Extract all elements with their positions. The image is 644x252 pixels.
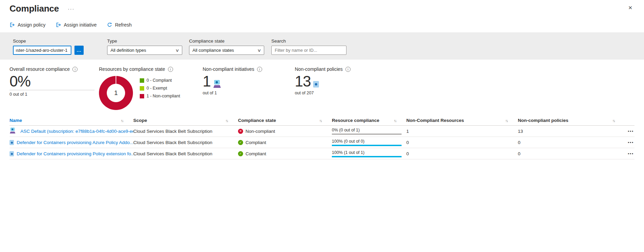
search-input[interactable]: [271, 46, 346, 55]
row-name-link[interactable]: Defender for Containers provisioning Pol…: [17, 151, 133, 156]
assign-initiative-icon: [56, 22, 61, 28]
row-scope: Cloud Services Black Belt Subscription: [133, 151, 238, 156]
stat-noncompliant-initiatives: Non-compliant initiatives 1 out of 1: [203, 66, 295, 111]
row-noncompliant-policies: 13: [518, 129, 625, 134]
assign-policy-label: Assign policy: [18, 22, 46, 28]
non-compliant-x-icon: ✕: [238, 129, 243, 134]
row-noncompliant-policies: 0: [518, 140, 625, 145]
column-label: Compliance state: [238, 118, 276, 123]
page-title: Compliance: [10, 3, 59, 14]
compliance-table: Name ↑↓ Scope ↑↓ Compliance state ↑↓ Res…: [0, 111, 644, 159]
legend-swatch-exempt: [140, 86, 144, 91]
info-icon[interactable]: [257, 67, 262, 72]
stat-overall-compliance: Overall resource compliance 0% 0 out of …: [10, 66, 99, 111]
row-compliance-state: Compliant: [245, 140, 266, 145]
sort-icon[interactable]: ↑↓: [121, 119, 123, 123]
refresh-button[interactable]: Refresh: [107, 22, 132, 28]
compliance-bar-fill: [332, 145, 402, 146]
row-name-link[interactable]: ASC Default (subscription: e7f88b1a-04fc…: [20, 129, 133, 134]
initiative-icon: [10, 128, 16, 133]
sort-icon[interactable]: ↑↓: [394, 119, 396, 123]
overflow-menu-button[interactable]: ···: [68, 6, 74, 12]
column-label: Non-Compliant Resources: [406, 118, 464, 123]
noncompliant-policies-title: Non-compliant policies: [295, 66, 343, 72]
donut-legend: 0 - Compliant 0 - Exempt 1 - Non-complia…: [140, 78, 180, 110]
compliant-check-icon: ✓: [238, 140, 243, 145]
row-actions-button[interactable]: •••: [628, 129, 634, 133]
legend-swatch-compliant: [140, 78, 144, 83]
chevron-down-icon: ∨: [257, 48, 261, 53]
column-header-name[interactable]: Name ↑↓: [10, 118, 133, 123]
row-actions-button[interactable]: •••: [628, 152, 634, 156]
row-scope: Cloud Services Black Belt Subscription: [133, 129, 238, 134]
scope-filter: Scope ...: [13, 38, 84, 55]
legend-item-exempt: 0 - Exempt: [140, 86, 180, 91]
overall-compliance-title: Overall resource compliance: [10, 66, 70, 72]
initiative-icon: [213, 80, 221, 88]
noncompliant-policies-subtext: out of 207: [295, 91, 390, 95]
row-resource-compliance: 100% (1 out of 1): [332, 150, 406, 155]
scope-browse-button[interactable]: ...: [74, 46, 84, 55]
donut-center-value: 1: [99, 76, 133, 110]
overall-compliance-subtext: 0 out of 1: [10, 92, 99, 97]
info-icon[interactable]: [345, 67, 351, 72]
column-header-scope[interactable]: Scope ↑↓: [133, 118, 238, 123]
stats-section: Overall resource compliance 0% 0 out of …: [0, 60, 644, 111]
legend-item-non-compliant: 1 - Non-compliant: [140, 94, 180, 98]
compliance-bar-track: [332, 145, 402, 146]
row-resource-compliance: 100% (0 out of 0): [332, 139, 406, 144]
stat-resources-by-state: Resources by compliance state 1 0 - Comp…: [99, 66, 203, 111]
table-row: Defender for Containers provisioning Pol…: [10, 148, 634, 159]
row-noncompliant-resources: 0: [406, 151, 518, 156]
filter-bar: Scope ... Type All definition types ∨ Co…: [0, 32, 644, 60]
close-icon[interactable]: ✕: [628, 5, 632, 11]
column-header-noncompliant-policies[interactable]: Non-compliant policies ↑↓: [518, 118, 625, 123]
column-header-noncompliant-resources[interactable]: Non-Compliant Resources ↑↓: [406, 118, 518, 123]
column-label: Non-compliant policies: [518, 118, 569, 123]
compliance-bar-track: [332, 133, 402, 135]
sort-icon[interactable]: ↑↓: [319, 119, 322, 123]
legend-label-exempt: 0 - Exempt: [147, 86, 167, 91]
row-actions-button[interactable]: •••: [628, 140, 634, 144]
compliance-state-label: Compliance state: [189, 38, 264, 44]
sort-icon[interactable]: ↑↓: [505, 119, 508, 123]
compliant-check-icon: ✓: [238, 151, 243, 156]
row-compliance-state: Compliant: [245, 151, 266, 156]
page-header: Compliance ··· ✕: [0, 0, 644, 14]
legend-label-compliant: 0 - Compliant: [147, 78, 172, 83]
noncompliant-initiatives-title: Non-compliant initiatives: [203, 66, 254, 72]
scope-input[interactable]: [13, 46, 71, 55]
table-row: Defender for Containers provisioning Azu…: [10, 137, 634, 148]
policy-icon: [313, 81, 319, 88]
search-label: Search: [271, 38, 346, 44]
legend-label-non-compliant: 1 - Non-compliant: [147, 94, 180, 98]
command-toolbar: Assign policy Assign initiative Refresh: [0, 14, 644, 32]
row-resource-compliance: 0% (0 out of 1): [332, 128, 406, 132]
column-header-compliance-state[interactable]: Compliance state ↑↓: [238, 118, 332, 123]
assign-policy-icon: [10, 22, 15, 28]
assign-initiative-label: Assign initiative: [64, 22, 97, 28]
type-dropdown[interactable]: All definition types ∨: [107, 46, 182, 55]
resources-by-state-title: Resources by compliance state: [99, 66, 165, 72]
legend-swatch-non-compliant: [140, 94, 144, 98]
noncompliant-initiatives-value: 1: [203, 74, 210, 89]
row-noncompliant-resources: 0: [406, 140, 518, 145]
row-compliance-state: Non-compliant: [245, 129, 275, 134]
assign-policy-button[interactable]: Assign policy: [10, 22, 46, 28]
column-label: Name: [10, 118, 22, 123]
column-label: Scope: [133, 118, 147, 123]
search-filter: Search: [271, 38, 346, 55]
stat-noncompliant-policies: Non-compliant policies 13 out of 207: [295, 66, 390, 111]
sort-icon[interactable]: ↑↓: [225, 119, 228, 123]
type-dropdown-value: All definition types: [111, 48, 146, 53]
row-name-link[interactable]: Defender for Containers provisioning Azu…: [17, 140, 133, 145]
sort-icon[interactable]: ↑↓: [612, 119, 615, 123]
compliance-state-dropdown[interactable]: All compliance states ∨: [189, 46, 264, 55]
chevron-down-icon: ∨: [175, 48, 179, 53]
info-icon[interactable]: [168, 67, 173, 72]
assign-initiative-button[interactable]: Assign initiative: [56, 22, 97, 28]
info-icon[interactable]: [72, 67, 78, 72]
column-header-resource-compliance[interactable]: Resource compliance ↑↓: [332, 118, 406, 123]
compliance-bar-fill: [332, 156, 402, 157]
row-noncompliant-policies: 0: [518, 151, 625, 156]
